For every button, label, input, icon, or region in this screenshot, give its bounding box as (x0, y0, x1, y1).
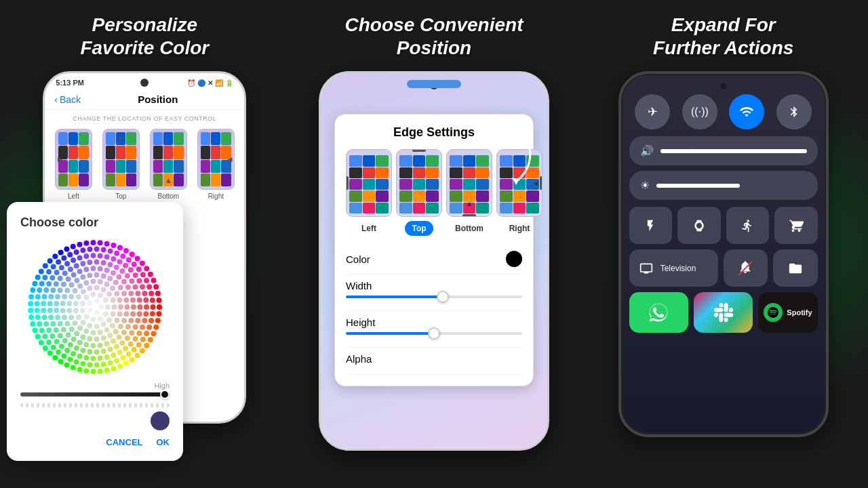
section-2-title: Choose ConvenientPosition (345, 14, 524, 59)
phone-pill (407, 80, 461, 88)
pos-bottom-label: Bottom (448, 221, 490, 236)
back-button[interactable]: ‹ Back (54, 94, 81, 105)
width-row: Width (346, 274, 522, 311)
wifi-button[interactable] (729, 94, 764, 129)
pos-option-top[interactable]: Top (396, 149, 442, 236)
settings-rows: Color Width Height (346, 244, 522, 375)
pos-phone-left (346, 149, 392, 217)
pos-right-label: Right (502, 221, 537, 236)
cart-button[interactable] (774, 207, 818, 244)
section-expand: Expand ForFurther Actions ✈ ((·)) (578, 0, 868, 488)
color-picker-title: Choose color (20, 216, 170, 230)
control-center: ✈ ((·)) 🔊 (621, 74, 826, 340)
phone-camera-3 (719, 82, 728, 90)
pos-phone-top (396, 149, 442, 217)
mini-phone-right[interactable]: ◂ (197, 129, 235, 190)
color-wheel[interactable] (27, 239, 163, 375)
color-alpha-slider[interactable] (20, 403, 170, 407)
phone-frame-2: Edge Settings Left (319, 71, 549, 451)
phone-subtitle: CHANGE THE LOCATION OF EASY CONTROL (45, 110, 244, 126)
brightness-slider-bar[interactable]: ☀ (629, 171, 818, 200)
position-options-row: ▸ Left (45, 126, 244, 203)
volume-slider-bar[interactable]: 🔊 (629, 136, 818, 165)
pos-label-bottom: Bottom (157, 192, 179, 200)
pos-label-right: Right (208, 192, 224, 200)
mini-phone-left[interactable]: ▸ (55, 129, 92, 190)
pos-phone-bottom: ▴ (446, 149, 492, 217)
alpha-row: Alpha (346, 348, 522, 375)
slack-button[interactable] (694, 292, 753, 333)
color-row[interactable]: Color (346, 244, 522, 274)
brightness-icon: ☀ (640, 179, 650, 192)
height-label: Height (346, 317, 522, 328)
alpha-label: Alpha (346, 353, 522, 365)
spotify-label: Spotify (787, 308, 812, 317)
color-value[interactable] (506, 251, 522, 267)
cc-top-row: ✈ ((·)) (629, 94, 818, 129)
watch-button[interactable] (677, 207, 721, 244)
pos-option-bottom[interactable]: ▴ Bottom (446, 149, 492, 236)
edge-settings-title: Edge Settings (346, 125, 522, 140)
volume-icon: 🔊 (640, 144, 654, 157)
svg-marker-0 (513, 178, 519, 185)
phone-frame-3: ✈ ((·)) 🔊 (618, 71, 829, 437)
high-label: High (20, 382, 170, 390)
section-position: Choose ConvenientPosition Edge Settings (290, 0, 579, 488)
pos-top-label[interactable]: Top (405, 221, 433, 236)
width-slider[interactable] (346, 296, 522, 298)
folder-button[interactable] (773, 249, 818, 287)
phone-camera-1 (140, 79, 149, 87)
spotify-logo (764, 303, 783, 322)
section-1-title: PersonalizeFavorite Color (80, 14, 209, 59)
color-brightness-slider[interactable] (20, 392, 170, 396)
spotify-button[interactable]: Spotify (758, 292, 817, 333)
television-label: Television (660, 264, 696, 273)
cc-grid-1 (629, 207, 818, 244)
height-row: Height (346, 311, 522, 348)
flashlight-button[interactable] (629, 207, 673, 244)
width-slider-thumb[interactable] (437, 291, 449, 303)
width-label: Width (346, 280, 522, 291)
cycling-button[interactable] (726, 207, 770, 244)
mini-phone-bottom[interactable]: ▴ (150, 129, 187, 190)
nav-bar-1: ‹ Back Position (45, 89, 244, 110)
height-slider[interactable] (346, 332, 522, 335)
color-label: Color (346, 253, 370, 265)
cc-sliders: 🔊 ☀ (629, 136, 818, 200)
pos-option-left[interactable]: Left (346, 149, 392, 236)
section-3-title: Expand ForFurther Actions (653, 14, 793, 59)
cellular-button[interactable]: ((·)) (682, 94, 717, 129)
pos-label-top: Top (115, 192, 126, 200)
section-personalize: PersonalizeFavorite Color 5:13 PM ⏰🔵✕📶🔋 … (0, 0, 290, 488)
selected-color-dot[interactable] (151, 411, 170, 430)
cc-grid-2: Television (629, 249, 818, 287)
ok-button[interactable]: OK (157, 437, 170, 447)
status-icons: ⏰🔵✕📶🔋 (187, 79, 233, 87)
nav-title: Position (81, 94, 235, 105)
volume-track[interactable] (660, 149, 807, 153)
height-slider-thumb[interactable] (428, 327, 440, 340)
color-picker-popup: Choose color High CANCEL OK (7, 202, 183, 461)
cancel-button[interactable]: CANCEL (106, 437, 142, 447)
cc-bottom-apps: Spotify (629, 292, 818, 333)
pos-left-label: Left (355, 221, 383, 236)
color-picker-actions: CANCEL OK (20, 437, 170, 447)
arrow-annotation (496, 141, 536, 191)
time-display: 5:13 PM (56, 79, 84, 87)
television-button[interactable]: Television (629, 249, 718, 287)
brightness-track[interactable] (656, 184, 740, 188)
notification-button[interactable] (724, 249, 768, 287)
whatsapp-button[interactable] (629, 292, 688, 333)
mini-phone-top[interactable]: ▾ (102, 129, 140, 190)
airplane-button[interactable]: ✈ (635, 94, 670, 129)
pos-label-left: Left (68, 192, 79, 200)
bluetooth-button[interactable] (776, 94, 812, 129)
